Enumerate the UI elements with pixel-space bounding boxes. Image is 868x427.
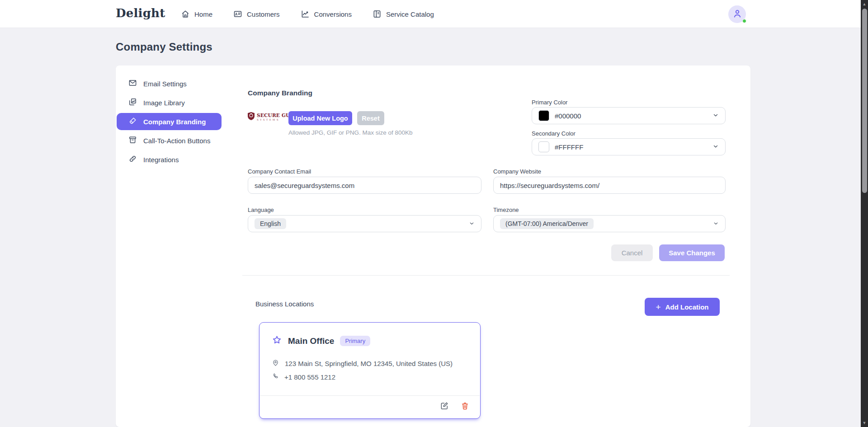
settings-panel: Email Settings Image Library Company Bra… [116,66,750,427]
section-title-company-branding: Company Branding [248,89,312,97]
secondary-color-swatch [538,141,549,152]
nav-item-conversions[interactable]: Conversions [301,9,352,19]
delete-location-button[interactable] [461,401,469,412]
contact-email-input[interactable] [248,177,481,194]
scroll-up-arrow[interactable]: ▲ [861,1,868,7]
home-icon [181,9,190,19]
language-chip: English [255,218,286,229]
location-phone: +1 800 555 1212 [284,373,335,381]
primary-color-label: Primary Color [532,99,567,106]
location-address-row: 123 Main St, Springfield, MO 12345, Unit… [272,359,453,368]
chevron-down-icon [712,112,719,120]
sidebar-item-image-library[interactable]: Image Library [117,94,222,111]
secondary-color-label: Secondary Color [532,130,576,137]
trash-icon [461,401,469,412]
chevron-down-icon [713,220,719,228]
nav-item-label: Customers [247,10,280,18]
images-icon [128,98,137,108]
map-pin-icon [272,359,279,368]
nav-item-service-catalog[interactable]: Service Catalog [373,9,434,19]
primary-color-select[interactable]: #000000 [532,107,726,124]
timezone-select[interactable]: (GMT-07:00) America/Denver [493,215,726,232]
sidebar-item-email-settings[interactable]: Email Settings [117,75,222,92]
timezone-label: Timezone [493,206,519,213]
shield-icon [248,112,255,122]
catalog-icon [373,9,382,19]
location-actions [440,401,469,412]
primary-badge: Primary [340,336,370,346]
business-locations-title: Business Locations [255,300,314,308]
person-icon [732,8,743,21]
sidebar-item-label: Call-To-Action Buttons [143,137,210,145]
language-select[interactable]: English [248,215,481,232]
link-icon [128,155,137,164]
nav-item-label: Service Catalog [386,10,434,18]
timezone-chip: (GMT-07:00) America/Denver [500,218,594,229]
envelope-icon [128,79,137,89]
secondary-color-select[interactable]: #FFFFFF [532,138,726,155]
cancel-button[interactable]: Cancel [611,244,653,261]
top-nav: Delight Home [0,0,861,28]
nav-item-home[interactable]: Home [181,9,212,19]
website-input[interactable] [493,177,726,194]
phone-icon [272,373,279,381]
sidebar-item-label: Email Settings [143,80,187,88]
chevron-down-icon [712,143,719,151]
nav-item-label: Conversions [314,10,352,18]
plus-icon: + [656,303,661,311]
location-card: Main Office Primary 123 Main St, Springf… [259,322,481,419]
location-header: Main Office Primary [272,335,370,347]
nav-item-label: Home [194,10,212,18]
location-name: Main Office [288,336,334,346]
location-address: 123 Main St, Springfield, MO 12345, Unit… [285,360,453,367]
primary-color-value: #000000 [555,112,581,120]
brand-logo[interactable]: Delight [116,6,165,20]
add-location-button[interactable]: + Add Location [645,298,720,316]
add-location-label: Add Location [665,303,709,311]
scrollbar-thumb[interactable] [862,9,867,193]
contact-email-label: Company Contact Email [248,168,311,175]
language-label: Language [248,206,274,213]
screen: Delight Home [0,0,868,427]
star-icon[interactable] [272,335,282,347]
id-card-icon [233,9,242,19]
edit-location-button[interactable] [440,401,449,412]
secondary-color-value: #FFFFFF [555,143,583,151]
sidebar-item-label: Company Branding [143,118,206,126]
upload-hint: Allowed JPG, GIF or PNG. Max size of 800… [288,129,413,136]
nav-item-customers[interactable]: Customers [233,9,280,19]
user-avatar[interactable] [728,5,746,23]
website-label: Company Website [493,168,541,175]
page-scrollbar[interactable]: ▲ ▼ [861,0,868,427]
sidebar-item-label: Integrations [143,156,179,164]
section-divider [242,275,730,276]
chevron-down-icon [469,220,475,228]
archive-icon [128,136,137,145]
sidebar-item-call-to-action[interactable]: Call-To-Action Buttons [117,132,222,149]
card-divider [260,395,480,396]
primary-color-swatch [538,110,549,121]
sidebar-item-label: Image Library [143,99,185,107]
page-title: Company Settings [116,41,212,53]
paint-brush-icon [128,117,137,127]
location-phone-row: +1 800 555 1212 [272,373,335,381]
sidebar-item-integrations[interactable]: Integrations [117,151,222,168]
sidebar-item-company-branding[interactable]: Company Branding [117,113,222,130]
trend-chart-icon [301,9,310,19]
edit-icon [440,401,449,412]
main-menu: Home Customers [181,0,434,28]
scroll-down-arrow[interactable]: ▼ [861,420,868,426]
save-changes-button[interactable]: Save Changes [659,244,725,261]
upload-new-logo-button[interactable]: Upload New Logo [288,111,352,125]
online-status-dot [742,19,746,23]
reset-logo-button[interactable]: Reset [357,111,384,125]
